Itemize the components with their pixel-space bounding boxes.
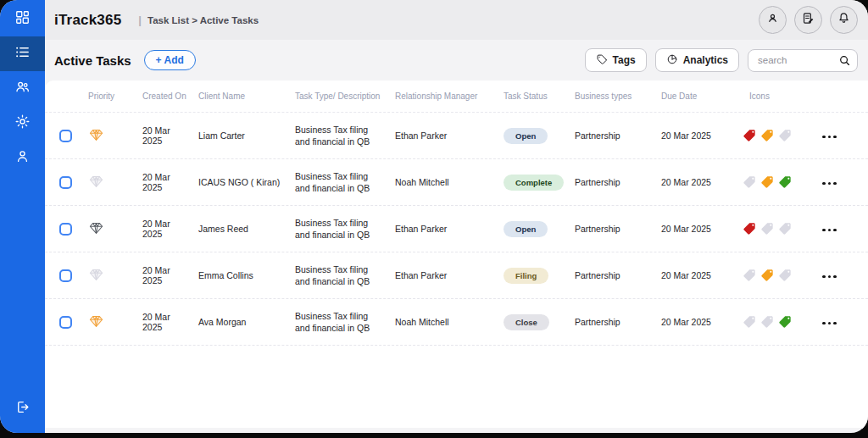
tag-icon (743, 269, 756, 282)
tag-icon (760, 129, 774, 142)
status-badge: Complete (504, 175, 564, 191)
business-type-cell: Partnership (568, 270, 654, 280)
row-checkbox[interactable] (59, 223, 72, 236)
column-header: Priority (81, 91, 136, 101)
sidebar-item-settings[interactable] (0, 106, 45, 141)
created-on-cell: 20 Mar 2025 (136, 265, 192, 286)
status-badge: Filing (504, 268, 548, 284)
table-body: 20 Mar 2025 Liam Carter Business Tax fil… (45, 113, 868, 346)
priority-gem-icon (81, 174, 136, 191)
tags-button[interactable]: Tags (585, 48, 647, 72)
users-icon (14, 79, 31, 98)
tag-icon (743, 222, 756, 236)
tag-icon (778, 129, 792, 142)
tag-icon (743, 175, 756, 189)
priority-gem-icon (81, 127, 136, 145)
table-row: 20 Mar 2025 Ava Morgan Business Tax fili… (45, 299, 868, 346)
pie-chart-icon (666, 53, 678, 68)
breadcrumb: Task List > Active Tasks (147, 15, 259, 25)
search-box (748, 49, 858, 72)
column-header: Client Name (192, 91, 288, 101)
column-header: Created On (136, 91, 192, 101)
row-checkbox[interactable] (59, 130, 72, 142)
sidebar-item-task-list[interactable] (0, 36, 45, 71)
client-name-cell: Liam Carter (192, 130, 288, 141)
created-on-cell: 20 Mar 2025 (136, 172, 192, 192)
due-date-cell: 20 Mar 2025 (654, 130, 736, 141)
row-checkbox[interactable] (59, 316, 72, 329)
row-menu-button[interactable] (821, 179, 838, 189)
relationship-manager-cell: Ethan Parker (388, 270, 497, 280)
column-header: Business types (568, 91, 654, 101)
task-type-cell: Business Tax filing and financial in QB (288, 124, 388, 147)
client-name-cell: Ava Morgan (192, 317, 288, 327)
business-type-cell: Partnership (568, 177, 654, 187)
relationship-manager-cell: Noah Mitchell (388, 317, 497, 327)
toolbar: Active Tasks + Add Tags Analytics (45, 40, 868, 80)
tasks-table: PriorityCreated OnClient NameTask Type/ … (45, 80, 868, 428)
relationship-manager-cell: Noah Mitchell (388, 177, 497, 187)
analytics-button-label: Analytics (683, 54, 728, 66)
column-header: Icons (736, 91, 804, 101)
row-tags (736, 315, 804, 329)
breadcrumb-separator: | (138, 14, 142, 26)
task-list-icon (14, 44, 31, 64)
notifications-button[interactable] (830, 6, 858, 34)
app-title: iTrack365 (54, 12, 121, 29)
dashboard-grid-icon (14, 9, 31, 29)
column-header: Task Type/ Description (288, 91, 388, 101)
tag-icon (760, 175, 774, 189)
notes-button[interactable] (794, 6, 822, 34)
row-menu-button[interactable] (821, 225, 838, 236)
sidebar (0, 0, 45, 433)
row-menu-button[interactable] (821, 272, 838, 282)
row-menu-button[interactable] (821, 319, 838, 329)
app-window: iTrack365 | Task List > Active Tasks Act… (0, 0, 868, 433)
task-type-cell: Business Tax filing and financial in QB (288, 263, 388, 287)
analytics-button[interactable]: Analytics (655, 48, 739, 72)
table-row: 20 Mar 2025 James Reed Business Tax fili… (45, 206, 868, 252)
logout-button[interactable] (0, 391, 45, 426)
person-icon (14, 148, 31, 168)
logout-icon (14, 399, 31, 419)
gear-icon (14, 114, 31, 133)
table-row: 20 Mar 2025 Liam Carter Business Tax fil… (45, 113, 868, 159)
priority-gem-icon (81, 220, 136, 238)
tag-icon (778, 315, 792, 329)
priority-gem-icon (81, 267, 136, 285)
created-on-cell: 20 Mar 2025 (136, 125, 192, 146)
business-type-cell: Partnership (568, 224, 654, 234)
row-tags (736, 129, 804, 142)
client-name-cell: ICAUS NGO ( Kiran) (192, 177, 288, 187)
tags-button-label: Tags (613, 54, 636, 66)
business-type-cell: Partnership (568, 130, 654, 141)
tag-icon (778, 222, 792, 236)
client-name-cell: Emma Collins (192, 270, 288, 280)
table-header-row: PriorityCreated OnClient NameTask Type/ … (45, 80, 868, 113)
sidebar-item-clients[interactable] (0, 71, 45, 106)
column-header: Relationship Manager (388, 91, 497, 101)
row-menu-button[interactable] (821, 132, 838, 142)
tag-icon (760, 222, 774, 236)
tag-icon (778, 175, 792, 189)
sidebar-item-dashboard[interactable] (0, 2, 45, 36)
created-on-cell: 20 Mar 2025 (136, 219, 192, 239)
priority-gem-icon (81, 313, 136, 331)
row-tags (736, 269, 804, 282)
column-header: Due Date (654, 91, 736, 101)
table-row: 20 Mar 2025 Emma Collins Business Tax fi… (45, 252, 868, 299)
tag-icon (778, 269, 792, 282)
status-badge: Close (504, 314, 549, 330)
add-button[interactable]: + Add (144, 50, 196, 70)
top-header: iTrack365 | Task List > Active Tasks (45, 0, 868, 40)
user-account-button[interactable] (759, 6, 787, 34)
row-checkbox[interactable] (59, 269, 72, 282)
sidebar-item-profile[interactable] (0, 141, 45, 175)
task-type-cell: Business Tax filing and financial in QB (288, 170, 388, 194)
client-name-cell: James Reed (192, 224, 288, 234)
page-title: Active Tasks (54, 53, 131, 68)
search-icon (838, 54, 851, 67)
row-checkbox[interactable] (59, 176, 72, 189)
bell-icon (837, 11, 851, 29)
tag-icon (760, 269, 774, 282)
